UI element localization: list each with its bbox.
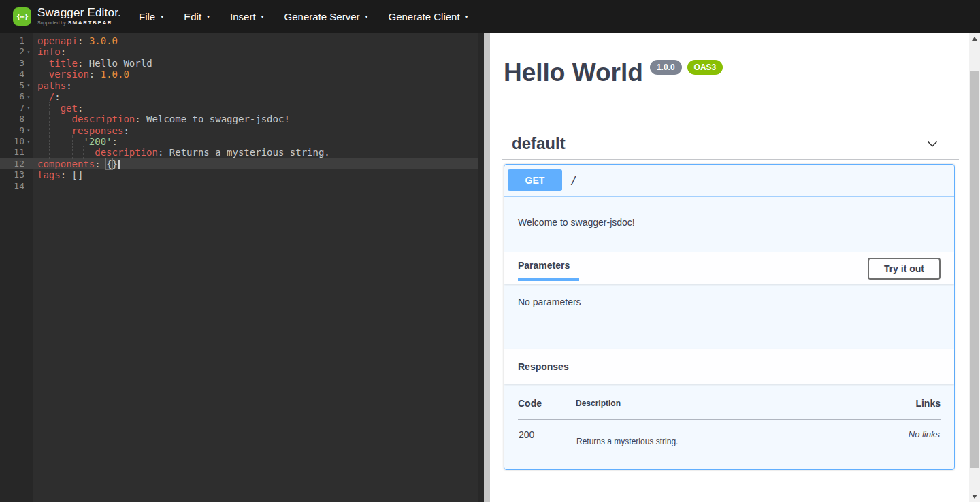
responses-body: Code Description Links 200 Returns a mys… [504, 384, 954, 469]
operation-summary[interactable]: GET / [504, 165, 954, 197]
menu-file[interactable]: File ▾ [139, 11, 163, 22]
line-number: 8 [0, 114, 24, 124]
responses-table: Code Description Links 200 Returns a mys… [518, 398, 941, 447]
line-number: 2 [0, 46, 24, 57]
tag-section-default[interactable]: default [502, 127, 959, 160]
try-it-out-button[interactable]: Try it out [868, 258, 941, 280]
response-links: No links [866, 420, 941, 448]
code-line[interactable]: /: [33, 91, 478, 102]
line-number: 6 [0, 91, 24, 102]
column-header-description: Description [576, 398, 866, 420]
scrollbar-thumb[interactable] [970, 71, 979, 468]
code-row: 7▾ get: [0, 103, 478, 114]
operation-description: Welcome to swagger-jsdoc! [504, 197, 954, 252]
menu-bar: File ▾ Edit ▾ Insert ▾ Generate Server ▾… [139, 11, 489, 22]
code-row: 14 [0, 181, 478, 192]
fold-icon[interactable]: ▾ [24, 82, 33, 88]
fold-icon[interactable]: ▾ [24, 105, 33, 111]
caret-down-icon: ▾ [161, 14, 163, 20]
code-line[interactable] [33, 181, 478, 192]
code-row: 4 version: 1.0.0 [0, 69, 478, 80]
code-line[interactable]: tags: [] [33, 169, 478, 180]
code-line[interactable]: get: [33, 103, 478, 114]
responses-title: Responses [518, 361, 569, 372]
line-number: 4 [0, 69, 24, 80]
scrollbar[interactable] [969, 33, 980, 502]
code-row: 11 description: Returns a mysterious str… [0, 147, 478, 158]
code-line[interactable]: '200': [33, 136, 478, 147]
topbar: {⋯} Swagger Editor. Supported by SMARTBE… [0, 0, 980, 33]
line-number: 11 [0, 147, 24, 158]
fold-icon[interactable]: ▾ [24, 127, 33, 133]
line-number: 14 [0, 181, 24, 192]
code-line[interactable]: components: {} [33, 158, 478, 169]
swagger-editor-logo[interactable]: {⋯} Swagger Editor. Supported by SMARTBE… [13, 7, 121, 26]
code-line[interactable]: openapi: 3.0.0 [33, 35, 478, 46]
code-row: 3 title: Hello World [0, 58, 478, 69]
code-row: 6▾ /: [0, 91, 478, 102]
code-row: 8 description: Welcome to swagger-jsdoc! [0, 114, 478, 124]
brand-text: Swagger Editor. Supported by SMARTBEAR [37, 7, 121, 26]
code-row: 9▾ responses: [0, 125, 478, 136]
editor-scrollbar-track[interactable] [478, 33, 484, 502]
column-header-links: Links [866, 398, 941, 420]
code-line[interactable]: description: Welcome to swagger-jsdoc! [33, 114, 478, 124]
yaml-editor[interactable]: 1openapi: 3.0.02▾info:3 title: Hello Wor… [0, 33, 484, 502]
version-badge: 1.0.0 [650, 60, 682, 75]
fold-icon[interactable]: ▾ [24, 49, 33, 55]
line-number: 13 [0, 169, 24, 180]
swagger-logo-icon: {⋯} [13, 7, 31, 26]
brand-title: Swagger Editor. [37, 7, 121, 19]
caret-down-icon: ▾ [207, 14, 210, 20]
title-badges: 1.0.0 OAS3 [650, 60, 723, 75]
response-code: 200 [518, 420, 576, 448]
line-number: 5 [0, 80, 24, 91]
response-description: Returns a mysterious string. [576, 420, 866, 448]
column-header-code: Code [518, 398, 576, 420]
menu-insert[interactable]: Insert ▾ [230, 11, 264, 22]
line-number: 7 [0, 103, 24, 114]
responses-header: Responses [504, 349, 954, 384]
braces-icon: {⋯} [16, 12, 28, 21]
parameters-body: No parameters [504, 284, 954, 349]
code-line[interactable]: description: Returns a mysterious string… [33, 147, 478, 158]
caret-down-icon: ▾ [466, 14, 468, 20]
line-number: 10 [0, 136, 24, 147]
code-line[interactable]: paths: [33, 80, 478, 91]
page-title: Hello World [504, 60, 643, 86]
code-row: 1openapi: 3.0.0 [0, 35, 478, 46]
preview-content: Hello World 1.0.0 OAS3 default GET / Wel… [490, 33, 969, 502]
code-row: 2▾info: [0, 46, 478, 57]
table-row: 200 Returns a mysterious string. No link… [518, 420, 941, 448]
fold-icon[interactable]: ▾ [24, 94, 33, 100]
editor-splitter[interactable] [484, 33, 490, 502]
code-line[interactable]: info: [33, 46, 478, 57]
caret-down-icon: ▾ [261, 14, 264, 20]
menu-generate-client[interactable]: Generate Client ▾ [389, 11, 468, 22]
fold-icon[interactable]: ▾ [24, 139, 33, 145]
swagger-ui-preview: Hello World 1.0.0 OAS3 default GET / Wel… [490, 33, 980, 502]
code-line[interactable]: version: 1.0.0 [33, 69, 478, 80]
code-line[interactable]: responses: [33, 125, 478, 136]
code-rows: 1openapi: 3.0.02▾info:3 title: Hello Wor… [0, 35, 478, 192]
code-row: 5▾paths: [0, 80, 478, 91]
code-line[interactable]: title: Hello World [33, 58, 478, 69]
tag-title: default [512, 134, 566, 153]
code-row: 10▾ '200': [0, 136, 478, 147]
no-parameters-text: No parameters [518, 297, 581, 307]
operation-path: / [570, 174, 577, 187]
parameters-header: Parameters Try it out [504, 252, 954, 284]
scroll-up-arrow-icon[interactable] [969, 33, 980, 44]
operation-block-get: GET / Welcome to swagger-jsdoc! Paramete… [504, 164, 955, 470]
supported-by-line: Supported by SMARTBEAR [37, 20, 121, 26]
code-row: 12components: {} [0, 158, 478, 169]
tab-parameters[interactable]: Parameters [518, 252, 579, 281]
text-cursor [118, 160, 120, 169]
scroll-down-arrow-icon[interactable] [969, 490, 980, 502]
line-number: 9 [0, 125, 24, 136]
menu-edit[interactable]: Edit ▾ [184, 11, 210, 22]
line-number: 12 [0, 158, 24, 169]
code-row: 13tags: [] [0, 169, 478, 180]
menu-generate-server[interactable]: Generate Server ▾ [284, 11, 368, 22]
chevron-down-icon[interactable] [925, 136, 940, 151]
